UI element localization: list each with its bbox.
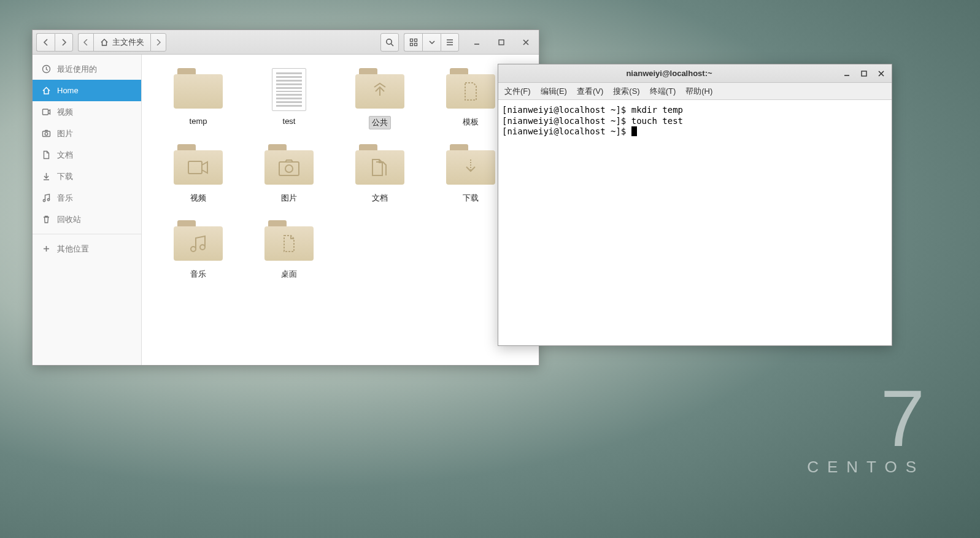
svg-rect-3 (410, 43, 412, 45)
file-manager-header: 主文件夹 (33, 30, 539, 55)
sidebar-item-label: 音乐 (57, 193, 73, 204)
file-item-label: 图片 (279, 192, 299, 204)
terminal-title: nianweiyi@localhost:~ (502, 69, 836, 78)
file-item-label: temp (187, 116, 210, 126)
view-dropdown-button[interactable] (422, 33, 441, 52)
plus-icon (41, 244, 51, 254)
file-item-label: 视频 (188, 192, 209, 204)
file-item-音乐[interactable]: 音乐 (153, 218, 244, 294)
sidebar-item-music[interactable]: 音乐 (33, 187, 141, 209)
terminal-titlebar[interactable]: nianweiyi@localhost:~ (498, 64, 892, 83)
icon-view-button[interactable] (404, 33, 422, 52)
text-file-icon (272, 68, 306, 111)
terminal-minimize-button[interactable] (840, 67, 854, 80)
path-bar: 主文件夹 (78, 33, 166, 52)
svg-point-15 (191, 247, 196, 252)
terminal-maximize-button[interactable] (857, 67, 871, 80)
maximize-button[interactable] (492, 33, 511, 52)
file-item-label: 公共 (369, 116, 391, 129)
terminal-close-button[interactable] (874, 67, 888, 80)
menu-button[interactable] (441, 33, 459, 52)
home-icon (41, 86, 51, 96)
content-area[interactable]: temptest公共模板视频图片文档下载音乐桌面 (142, 55, 539, 365)
folder-icon (174, 68, 223, 110)
sidebar-item-label: 回收站 (57, 214, 81, 225)
view-group (404, 33, 459, 52)
sidebar-item-label: 视频 (57, 107, 73, 118)
sidebar-item-label: 其他位置 (57, 244, 89, 255)
svg-rect-12 (188, 161, 202, 174)
sidebar-item-down[interactable]: 下载 (33, 166, 141, 187)
close-button[interactable] (517, 33, 535, 52)
sidebar-item-camera[interactable]: 图片 (33, 123, 141, 144)
clock-icon (41, 64, 51, 74)
svg-point-9 (45, 133, 48, 136)
menu-item[interactable]: 文件(F) (504, 86, 531, 97)
svg-rect-1 (410, 39, 412, 41)
forward-button[interactable] (55, 33, 73, 52)
nav-group (36, 33, 73, 52)
sidebar-item-label: 最近使用的 (57, 64, 97, 75)
video-icon (41, 107, 51, 117)
file-item-文档[interactable]: 文档 (334, 142, 425, 218)
brand-version: 7 (807, 391, 925, 447)
file-item-label: 模板 (460, 116, 481, 128)
folder-icon (355, 68, 404, 110)
cursor (631, 126, 637, 136)
svg-rect-7 (42, 109, 48, 115)
sidebar-item-label: 图片 (57, 128, 73, 139)
terminal-body[interactable]: [nianweiyi@localhost ~]$ mkdir temp [nia… (498, 100, 892, 345)
file-item-label: 下载 (460, 192, 481, 204)
sidebar-item-label: 下载 (57, 171, 73, 182)
path-next-button[interactable] (150, 33, 166, 52)
back-button[interactable] (36, 33, 55, 52)
menu-item[interactable]: 查看(V) (577, 86, 603, 97)
file-item-test[interactable]: test (244, 66, 334, 142)
svg-point-14 (285, 165, 293, 172)
menu-item[interactable]: 编辑(E) (541, 86, 567, 97)
brand-name: CENTOS (807, 458, 925, 477)
doc-icon (41, 150, 51, 160)
file-item-temp[interactable]: temp (153, 66, 244, 142)
folder-icon (174, 220, 223, 262)
folder-icon (446, 68, 495, 110)
sidebar-item-trash[interactable]: 回收站 (33, 209, 141, 230)
down-icon (41, 172, 51, 182)
svg-rect-5 (499, 40, 504, 45)
trash-icon (41, 215, 51, 225)
minimize-button[interactable] (468, 33, 486, 52)
file-item-公共[interactable]: 公共 (334, 66, 425, 142)
file-item-label: 音乐 (188, 268, 209, 280)
file-item-视频[interactable]: 视频 (153, 142, 244, 218)
sidebar-item-doc[interactable]: 文档 (33, 144, 141, 166)
sidebar-item-label: Home (57, 86, 79, 95)
sidebar-item-plus[interactable]: 其他位置 (33, 238, 141, 259)
sidebar-item-home[interactable]: Home (33, 80, 141, 101)
svg-point-0 (387, 39, 392, 44)
svg-rect-2 (414, 39, 417, 41)
svg-rect-4 (414, 43, 417, 45)
path-prev-button[interactable] (78, 33, 93, 52)
svg-point-16 (200, 245, 205, 250)
file-manager-window: 主文件夹 (32, 29, 539, 366)
sidebar-item-video[interactable]: 视频 (33, 101, 141, 123)
sidebar-item-label: 文档 (57, 150, 73, 161)
terminal-menubar: 文件(F)编辑(E)查看(V)搜索(S)终端(T)帮助(H) (498, 83, 892, 100)
svg-point-10 (43, 199, 45, 201)
music-icon (41, 193, 51, 203)
menu-item[interactable]: 搜索(S) (613, 86, 639, 97)
menu-item[interactable]: 帮助(H) (685, 86, 712, 97)
svg-point-11 (47, 199, 49, 201)
file-item-图片[interactable]: 图片 (244, 142, 334, 218)
file-item-桌面[interactable]: 桌面 (244, 218, 334, 294)
desktop-brand: 7 CENTOS (807, 391, 925, 477)
file-item-label: test (280, 116, 298, 126)
search-button[interactable] (380, 33, 399, 52)
sidebar-item-clock[interactable]: 最近使用的 (33, 58, 141, 80)
window-controls (468, 33, 535, 52)
path-home-segment[interactable]: 主文件夹 (93, 33, 150, 52)
folder-icon (355, 144, 404, 186)
folder-icon (174, 144, 223, 186)
file-item-label: 桌面 (279, 268, 299, 280)
menu-item[interactable]: 终端(T) (650, 86, 676, 97)
